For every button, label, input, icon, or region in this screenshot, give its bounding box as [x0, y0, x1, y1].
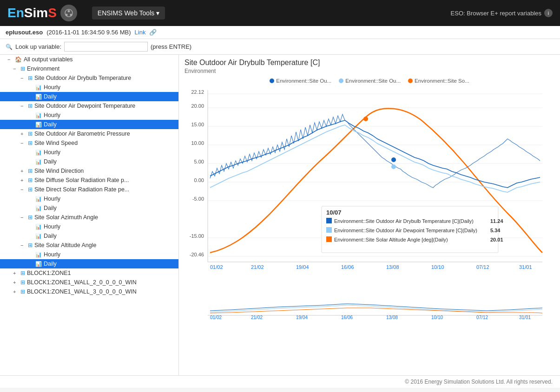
legend-dot-1: [270, 78, 274, 83]
sidebar-item-dewpoint-daily[interactable]: 📊 Daily: [0, 120, 178, 129]
label-dewpoint: Site Outdoor Air Dewpoint Temperature: [34, 103, 135, 109]
sidebar-item-block1-zone1-wall3[interactable]: + ⊞ BLOCK1:ZONE1_WALL_3_0_0_0_0_WIN: [0, 287, 178, 296]
info-icon[interactable]: i: [544, 9, 553, 17]
sidebar-item-direct-solar[interactable]: − ⊞ Site Direct Solar Radiation Rate pe.…: [0, 185, 178, 194]
file-name: eplusout.eso: [6, 29, 43, 36]
lookup-input[interactable]: [64, 42, 148, 52]
main-layout: − 🏠 All output variables − ⊞ Environment…: [0, 55, 560, 375]
label-diffuse-solar: Site Diffuse Solar Radiation Rate p...: [34, 177, 129, 183]
sidebar-item-direct-solar-daily[interactable]: 📊 Daily: [0, 203, 178, 213]
bar-icon-windspeed-hourly: 📊: [35, 150, 42, 156]
sidebar-item-environment[interactable]: − ⊞ Environment: [0, 64, 178, 73]
file-meta: (2016-11-01 16:34:50 9.56 MB): [46, 29, 131, 36]
sidebar-item-drybulb-hourly[interactable]: 📊 Hourly: [0, 83, 178, 92]
nav-menu-label: ENSIMS Web Tools: [98, 9, 154, 17]
sidebar-item-block1-zone1[interactable]: + ⊞ BLOCK1:ZONE1: [0, 268, 178, 278]
sidebar-item-drybulb-daily[interactable]: 📊 Daily: [0, 92, 178, 101]
svg-text:-20.46: -20.46: [190, 252, 204, 257]
toggle-dewpoint: −: [20, 103, 27, 109]
svg-text:10.00: 10.00: [191, 140, 204, 146]
main-chart-svg: 22.12 20.00 15.00 10.00 5.00 0.00 -5.00 …: [184, 85, 547, 285]
label-solar-altitude-daily: Daily: [44, 261, 57, 267]
sidebar-item-windspeed[interactable]: − ⊞ Site Wind Speed: [0, 138, 178, 148]
marker-drybulb: [391, 157, 396, 162]
toggle-block1-zone1: +: [13, 270, 20, 276]
nav-dropdown-icon: ▾: [156, 9, 159, 17]
label-direct-solar: Site Direct Solar Radiation Rate pe...: [34, 186, 129, 193]
bar-icon-drybulb-hourly: 📊: [35, 85, 42, 91]
sidebar-item-solar-azimuth[interactable]: − ⊞ Site Solar Azimuth Angle: [0, 213, 178, 222]
sidebar-item-direct-solar-hourly[interactable]: 📊 Hourly: [0, 194, 178, 203]
tooltip-color-2: [326, 227, 332, 233]
header-right-text: ESO: Browser E+ report variables: [451, 10, 541, 17]
link-button[interactable]: Link: [135, 29, 146, 36]
tooltip-value-3: 20.01: [490, 237, 503, 242]
logo: EnSimS: [7, 5, 77, 21]
grid-icon-direct-solar: ⊞: [28, 186, 33, 193]
sidebar-item-drybulb[interactable]: − ⊞ Site Outdoor Air Drybulb Temperature: [0, 73, 178, 83]
mini-dewpoint: [210, 305, 542, 312]
sidebar-item-block1-zone1-wall2[interactable]: + ⊞ BLOCK1:ZONE1_WALL_2_0_0_0_0_WIN: [0, 278, 178, 287]
header: EnSimS ENSIMS Web Tools ▾ ESO: Browser E…: [0, 0, 560, 26]
lookup-hint: (press ENTRE): [151, 43, 191, 50]
drybulb-noisy: [210, 114, 540, 188]
legend-item-3: Environment::Site So...: [408, 78, 469, 84]
footer: © 2016 Energy Simulation Solutions Ltd. …: [0, 375, 560, 388]
grid-icon-wind-direction: ⊞: [28, 168, 33, 174]
sub-header: eplusout.eso (2016-11-01 16:34:50 9.56 M…: [0, 26, 560, 39]
label-dewpoint-hourly: Hourly: [44, 112, 60, 118]
svg-text:07/12: 07/12: [476, 264, 489, 270]
lookup-label: Look up variable:: [15, 43, 61, 50]
label-solar-azimuth: Site Solar Azimuth Angle: [34, 214, 98, 221]
label-windspeed: Site Wind Speed: [34, 140, 78, 146]
legend-item-1: Environment::Site Ou...: [270, 78, 331, 84]
toggle-block1-zone1-wall3: +: [13, 289, 20, 294]
bar-icon-solar-altitude-daily: 📊: [35, 261, 42, 267]
label-windspeed-daily: Daily: [44, 158, 57, 165]
chart-legend: Environment::Site Ou... Environment::Sit…: [184, 78, 554, 84]
sidebar-item-barometric[interactable]: + ⊞ Site Outdoor Air Barometric Pressure: [0, 129, 178, 138]
tooltip-color-3: [326, 236, 332, 242]
label-block1-zone1-wall2: BLOCK1:ZONE1_WALL_2_0_0_0_0_WIN: [27, 279, 137, 286]
sidebar-item-solar-altitude-hourly[interactable]: 📊 Hourly: [0, 250, 178, 259]
grid-icon-solar-altitude: ⊞: [28, 242, 33, 248]
svg-text:31/01: 31/01: [519, 264, 532, 270]
sidebar: − 🏠 All output variables − ⊞ Environment…: [0, 55, 179, 375]
tooltip-color-1: [326, 218, 332, 223]
svg-text:21/02: 21/02: [251, 264, 264, 270]
svg-text:16/06: 16/06: [341, 264, 354, 270]
grid-icon-diffuse-solar: ⊞: [28, 177, 33, 183]
lookup-bar: 🔍 Look up variable: (press ENTRE): [0, 39, 560, 55]
sidebar-item-wind-direction[interactable]: + ⊞ Site Wind Direction: [0, 166, 178, 176]
sidebar-item-diffuse-solar[interactable]: + ⊞ Site Diffuse Solar Radiation Rate p.…: [0, 176, 178, 185]
sidebar-item-dewpoint[interactable]: − ⊞ Site Outdoor Air Dewpoint Temperatur…: [0, 101, 178, 111]
sidebar-item-solar-azimuth-hourly[interactable]: 📊 Hourly: [0, 222, 178, 231]
sidebar-item-all-output[interactable]: − 🏠 All output variables: [0, 55, 178, 64]
toggle-solar-altitude: −: [20, 242, 27, 248]
chart-title: Site Outdoor Air Drybulb Temperature [C]: [184, 59, 554, 67]
sidebar-item-windspeed-hourly[interactable]: 📊 Hourly: [0, 148, 178, 157]
toggle-all-output: −: [7, 57, 14, 62]
tooltip-value-2: 5.34: [490, 228, 501, 233]
sidebar-item-solar-altitude[interactable]: − ⊞ Site Solar Altitude Angle: [0, 241, 178, 250]
svg-text:13/08: 13/08: [386, 264, 399, 270]
bar-icon-solar-azimuth-hourly: 📊: [35, 224, 42, 230]
sidebar-item-solar-azimuth-daily[interactable]: 📊 Daily: [0, 231, 178, 241]
sidebar-item-windspeed-daily[interactable]: 📊 Daily: [0, 157, 178, 166]
chart-svg-container: 22.12 20.00 15.00 10.00 5.00 0.00 -5.00 …: [184, 85, 554, 321]
sidebar-item-solar-altitude-daily[interactable]: 📊 Daily: [0, 259, 178, 268]
svg-point-1: [67, 10, 70, 13]
nav-menu-button[interactable]: ENSIMS Web Tools ▾: [92, 7, 165, 20]
logo-sim: Sim: [24, 6, 48, 20]
toggle-environment: −: [13, 66, 20, 72]
label-block1-zone1: BLOCK1:ZONE1: [27, 270, 71, 276]
label-environment: Environment: [27, 65, 59, 72]
legend-label-2: Environment::Site Ou...: [345, 78, 401, 84]
grid-icon-block1-zone1-wall3: ⊞: [20, 288, 25, 295]
svg-text:07/12: 07/12: [476, 315, 488, 320]
label-wind-direction: Site Wind Direction: [34, 168, 84, 174]
svg-text:20.00: 20.00: [191, 103, 204, 109]
grid-icon-solar-azimuth: ⊞: [28, 214, 33, 221]
tooltip-label-2: Environment::Site Outdoor Air Dewpoint T…: [334, 228, 477, 233]
sidebar-item-dewpoint-hourly[interactable]: 📊 Hourly: [0, 111, 178, 120]
